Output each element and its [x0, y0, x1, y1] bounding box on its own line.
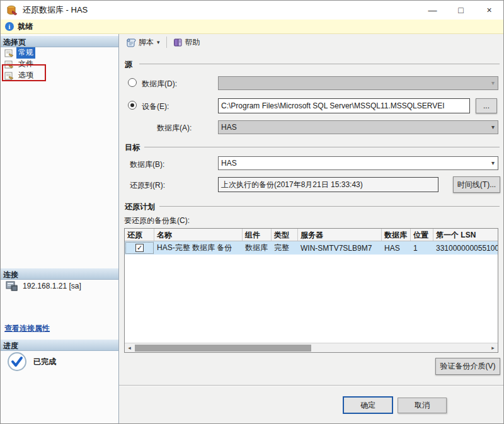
script-icon	[126, 38, 136, 47]
sidebar-item-label: 常规	[16, 47, 35, 59]
backup-sets-label: 要还原的备份集(C):	[124, 215, 190, 226]
maximize-button[interactable]: □	[447, 1, 475, 20]
scroll-right-icon[interactable]: ▸	[488, 343, 498, 353]
source-database-label: 数据库(A):	[157, 123, 192, 134]
ok-button[interactable]: 确定	[343, 396, 393, 414]
toolbar-separator	[166, 37, 167, 48]
backup-sets-table: 还原 名称 组件 类型 服务器 数据库 位置 第一个 LSN ✓ HAS-完整 …	[124, 228, 498, 353]
restore-to-label: 还原到(R):	[130, 180, 165, 191]
device-radio[interactable]	[128, 101, 137, 110]
cell-server: WIN-SMTV7SLB9M7	[298, 241, 382, 255]
cell-type: 完整	[272, 241, 298, 255]
chevron-down-icon: ▾	[157, 39, 160, 45]
column-header-restore[interactable]: 还原	[125, 229, 154, 241]
target-group-title: 目标	[125, 142, 140, 153]
column-header-name[interactable]: 名称	[154, 229, 243, 241]
connection-header: 连接	[1, 268, 118, 280]
source-database-select[interactable]: HAS ▾	[218, 120, 498, 134]
column-header-position[interactable]: 位置	[411, 229, 433, 241]
device-path-input[interactable]: C:\Program Files\Microsoft SQL Server\MS…	[218, 98, 470, 113]
status-text: 就绪	[18, 21, 33, 32]
sidebar: 选择页 常规 文件 选项 连接	[1, 34, 119, 424]
red-annotation-box	[2, 64, 46, 81]
source-group-title: 源	[125, 59, 132, 70]
window-title: 还原数据库 - HAS	[23, 4, 88, 16]
close-button[interactable]: ×	[475, 1, 503, 20]
device-radio-label: 设备(E):	[142, 101, 169, 112]
chevron-down-icon: ▾	[491, 123, 495, 130]
scroll-left-icon[interactable]: ◂	[125, 343, 134, 353]
help-label: 帮助	[185, 37, 200, 48]
restore-plan-group-line	[159, 206, 500, 207]
scrollbar-thumb[interactable]	[135, 345, 311, 352]
cell-database: HAS	[382, 241, 411, 255]
cell-component: 数据库	[243, 241, 272, 255]
verify-backup-media-button[interactable]: 验证备份介质(V)	[435, 358, 500, 375]
restore-database-icon	[7, 5, 18, 16]
column-header-type[interactable]: 类型	[272, 229, 298, 241]
column-header-database[interactable]: 数据库	[382, 229, 411, 241]
target-group-line	[144, 147, 500, 147]
restore-plan-group-title: 还原计划	[125, 202, 155, 212]
view-connection-properties-link[interactable]: 查看连接属性	[4, 323, 50, 334]
help-button[interactable]: 帮助	[170, 36, 203, 49]
footer-separator	[119, 385, 504, 386]
window-controls: — □ ×	[418, 1, 503, 20]
table-header-row: 还原 名称 组件 类型 服务器 数据库 位置 第一个 LSN	[125, 229, 498, 241]
script-button[interactable]: 脚本 ▾	[123, 36, 163, 49]
cell-name: HAS-完整 数据库 备份	[154, 241, 243, 255]
source-database-value: HAS	[221, 123, 237, 132]
target-database-value: HAS	[221, 159, 237, 168]
title-bar: 还原数据库 - HAS — □ ×	[1, 1, 503, 20]
connection-name: 192.168.1.21 [sa]	[23, 282, 81, 290]
restore-checkbox-cell: ✓	[125, 241, 154, 255]
target-database-select[interactable]: HAS ▾	[218, 156, 498, 170]
chevron-down-icon: ▾	[491, 79, 495, 86]
progress-status-row: 已完成	[7, 352, 56, 372]
connection-entry: 192.168.1.21 [sa]	[6, 281, 81, 291]
timeline-button[interactable]: 时间线(T)...	[453, 176, 500, 193]
toolbar: 脚本 ▾ 帮助	[119, 34, 504, 50]
table-row[interactable]: ✓ HAS-完整 数据库 备份 数据库 完整 WIN-SMTV7SLB9M7 H…	[125, 241, 498, 255]
status-strip: i 就绪	[1, 20, 503, 34]
target-database-label: 数据库(B):	[130, 159, 164, 170]
restore-checkbox[interactable]: ✓	[135, 244, 144, 252]
restore-to-input[interactable]: 上次执行的备份(2017年8月21日 15:33:43)	[218, 177, 438, 192]
page-icon	[4, 49, 14, 57]
horizontal-scrollbar[interactable]: ◂ ▸	[125, 343, 498, 352]
source-database-combo: ▾	[218, 76, 498, 90]
cell-position: 1	[411, 241, 433, 255]
script-label: 脚本	[139, 37, 154, 48]
progress-header: 进度	[1, 340, 118, 351]
cell-first-lsn: 33100000005510003	[433, 241, 498, 255]
database-radio[interactable]	[128, 78, 137, 87]
column-header-server[interactable]: 服务器	[298, 229, 382, 241]
browse-button[interactable]: ...	[476, 98, 497, 113]
info-icon: i	[5, 22, 14, 31]
main-panel: 脚本 ▾ 帮助 源 数据库(D): ▾ 设备(E): C:\Program Fi…	[119, 34, 504, 424]
chevron-down-icon: ▾	[491, 159, 495, 166]
source-group-line	[139, 64, 500, 64]
column-header-first-lsn[interactable]: 第一个 LSN	[433, 229, 498, 241]
progress-status-text: 已完成	[33, 357, 56, 367]
minimize-button[interactable]: —	[418, 1, 447, 20]
done-check-icon	[7, 352, 27, 372]
select-page-header: 选择页	[1, 36, 118, 47]
column-header-component[interactable]: 组件	[243, 229, 272, 241]
sidebar-item-general[interactable]: 常规	[4, 47, 35, 59]
database-radio-label: 数据库(D):	[142, 79, 177, 89]
cancel-button[interactable]: 取消	[398, 398, 447, 413]
restore-database-dialog: 还原数据库 - HAS — □ × i 就绪 选择页 常规	[0, 0, 504, 424]
server-icon	[6, 281, 18, 291]
help-icon	[173, 38, 183, 47]
